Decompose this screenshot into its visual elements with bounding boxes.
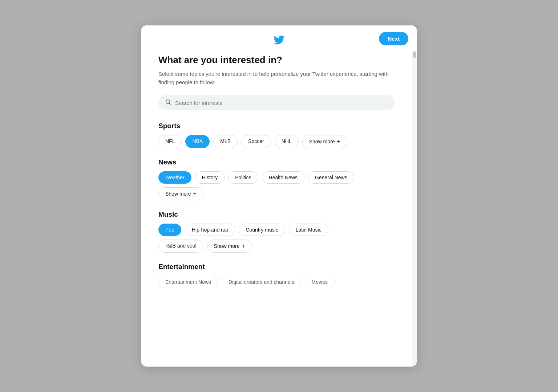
search-icon: [165, 99, 171, 107]
tag-health-news[interactable]: Health News: [262, 171, 304, 184]
tag-weather[interactable]: Weather: [158, 171, 191, 184]
modal-container: Next What are you interested in? Select …: [141, 25, 417, 367]
tag-nfl[interactable]: NFL: [158, 135, 182, 148]
tag-entertainment-news[interactable]: Entertainment News: [158, 276, 218, 288]
page-title: What are you interested in?: [158, 54, 395, 66]
scrollbar-track[interactable]: [412, 25, 417, 367]
news-show-more[interactable]: Show more +: [158, 187, 203, 200]
sports-show-more[interactable]: Show more +: [302, 135, 347, 148]
tag-pop[interactable]: Pop: [158, 224, 181, 236]
music-row2: R&B and soul Show more +: [158, 240, 395, 253]
tag-movies[interactable]: Movies: [305, 276, 335, 288]
svg-line-1: [169, 103, 171, 105]
tag-rnb[interactable]: R&B and soul: [158, 240, 203, 253]
sports-plus-icon: +: [337, 138, 340, 145]
tag-country-music[interactable]: Country music: [239, 224, 285, 236]
modal-content: What are you interested in? Select some …: [141, 52, 417, 367]
tag-digital-creators[interactable]: Digital creators and channels: [222, 276, 301, 288]
news-row2: Show more +: [158, 187, 395, 200]
modal-header: Next: [141, 25, 417, 52]
page-subtitle: Select some topics you're interested in …: [158, 70, 391, 86]
tag-soccer[interactable]: Soccer: [241, 135, 271, 148]
tag-history[interactable]: History: [195, 171, 225, 184]
tag-nhl[interactable]: NHL: [275, 135, 299, 148]
search-bar[interactable]: [158, 95, 395, 110]
news-tags-row: Weather History Politics Health News Gen…: [158, 171, 395, 184]
section-sports: Sports NFL NBA MLB Soccer NHL Show more …: [158, 122, 395, 148]
sports-tags-row: NFL NBA MLB Soccer NHL Show more +: [158, 135, 395, 148]
section-title-music: Music: [158, 211, 395, 219]
section-entertainment: Entertainment Entertainment News Digital…: [158, 263, 395, 288]
news-plus-icon: +: [193, 191, 197, 197]
music-show-more[interactable]: Show more +: [207, 240, 252, 253]
section-title-sports: Sports: [158, 122, 395, 130]
music-plus-icon: +: [242, 243, 245, 249]
music-tags-row: Pop Hip-hop and rap Country music Latin …: [158, 224, 395, 236]
tag-hiphop[interactable]: Hip-hop and rap: [185, 224, 235, 236]
search-input[interactable]: [175, 100, 388, 106]
tag-nba[interactable]: NBA: [185, 135, 210, 148]
tag-mlb[interactable]: MLB: [213, 135, 238, 148]
section-title-news: News: [158, 158, 395, 166]
tag-latin-music[interactable]: Latin Music: [289, 224, 328, 236]
tag-politics[interactable]: Politics: [228, 171, 258, 184]
section-music: Music Pop Hip-hop and rap Country music …: [158, 211, 395, 253]
next-button[interactable]: Next: [379, 32, 408, 45]
tag-general-news[interactable]: General News: [308, 171, 354, 184]
twitter-logo: [273, 34, 285, 46]
section-news: News Weather History Politics Health New…: [158, 158, 395, 200]
entertainment-tags-row: Entertainment News Digital creators and …: [158, 276, 395, 288]
section-title-entertainment: Entertainment: [158, 263, 395, 271]
